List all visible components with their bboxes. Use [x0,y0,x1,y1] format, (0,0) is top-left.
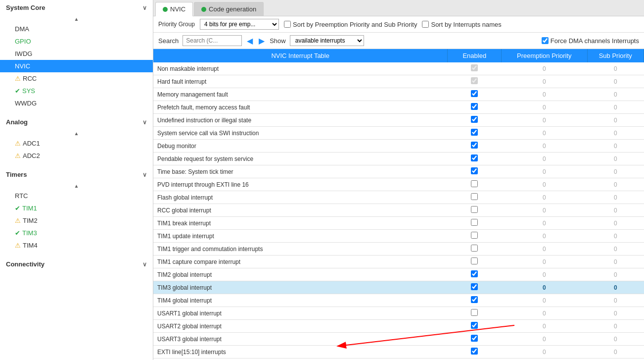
scroll-up-icon: ▲ [74,16,79,22]
tab-code-generation[interactable]: Code generation [194,2,264,16]
interrupt-enabled-cell[interactable] [448,333,502,346]
sidebar-item-adc2[interactable]: ⚠ ADC2 [0,150,153,162]
interrupt-enabled-cell[interactable] [448,114,502,127]
interrupt-enabled-checkbox[interactable] [471,103,478,110]
interrupt-name: TIM1 break interrupt [153,217,448,230]
sidebar-item-adc1[interactable]: ⚠ ADC1 [0,137,153,150]
interrupt-enabled-cell[interactable] [448,75,502,88]
sort-interrupts-checkbox[interactable] [422,21,429,28]
force-dma-checkbox[interactable] [542,37,549,44]
interrupt-enabled-cell[interactable] [448,294,502,307]
interrupt-enabled-cell[interactable] [448,101,502,114]
interrupt-name: PVD interrupt through EXTI line 16 [153,178,448,191]
interrupt-enabled-checkbox[interactable] [471,270,478,277]
interrupt-enabled-cell[interactable] [448,127,502,140]
interrupt-enabled-checkbox[interactable] [471,322,478,329]
sort-preemption-checkbox[interactable] [284,21,291,28]
table-row: TIM1 update interrupt00 [153,230,644,243]
sidebar-item-sys[interactable]: ✔ SYS [0,85,153,97]
sidebar-item-rcc[interactable]: ⚠ RCC [0,72,153,85]
interrupt-enabled-cell[interactable] [448,268,502,281]
interrupt-enabled-cell[interactable] [448,140,502,153]
search-input[interactable] [183,35,242,46]
tab-bar: NVIC Code generation [153,0,644,16]
interrupt-preemption: 0 [502,62,587,75]
interrupt-enabled-checkbox[interactable] [471,206,478,213]
table-header-row: NVIC Interrupt Table Enabled Preemption … [153,49,644,62]
interrupt-enabled-cell[interactable] [448,281,502,294]
sidebar-item-tim4[interactable]: ⚠ TIM4 [0,239,153,252]
interrupt-enabled-checkbox[interactable] [471,116,478,123]
interrupt-sub-priority: 0 [587,165,644,178]
interrupt-enabled-cell[interactable] [448,243,502,256]
sidebar-section-timers[interactable]: Timers ∨ [0,167,153,182]
interrupt-name: Debug monitor [153,140,448,153]
sidebar-item-rtc[interactable]: RTC [0,190,153,202]
interrupt-enabled-cell[interactable] [448,191,502,204]
sidebar-item-tim1[interactable]: ✔ TIM1 [0,202,153,214]
sidebar-scroll-up-system[interactable]: ▲ [0,15,153,23]
interrupt-enabled-cell[interactable] [448,178,502,191]
interrupt-enabled-checkbox[interactable] [471,180,478,187]
interrupt-enabled-cell[interactable] [448,204,502,217]
interrupt-enabled-checkbox[interactable] [471,335,478,342]
interrupt-enabled-checkbox[interactable] [471,193,478,200]
interrupt-enabled-checkbox[interactable] [471,77,478,84]
interrupt-preemption: 0 [502,153,587,165]
interrupt-enabled-checkbox[interactable] [471,257,478,264]
toolbar-row1: Priority Group 4 bits for pre emp... Sor… [153,16,644,33]
interrupt-enabled-cell[interactable] [448,153,502,165]
priority-group-select[interactable]: 4 bits for pre emp... [200,19,279,30]
interrupt-enabled-checkbox[interactable] [471,129,478,136]
interrupt-name: System service call via SWI instruction [153,127,448,140]
table-row: USART3 global interrupt00 [153,333,644,346]
interrupt-enabled-cell[interactable] [448,88,502,101]
interrupt-enabled-cell[interactable] [448,230,502,243]
interrupt-enabled-checkbox[interactable] [471,245,478,252]
sidebar-scroll-up-analog[interactable]: ▲ [0,130,153,137]
sidebar-scroll-up-timers[interactable]: ▲ [0,182,153,190]
interrupt-sub-priority: 0 [587,230,644,243]
interrupt-name: Undefined instruction or illegal state [153,114,448,127]
interrupt-enabled-cell[interactable] [448,62,502,75]
interrupt-enabled-cell[interactable] [448,346,502,359]
sidebar-item-dma[interactable]: DMA [0,23,153,35]
sidebar-item-wwdg[interactable]: WWDG [0,97,153,109]
tab-nvic[interactable]: NVIC [155,2,193,16]
show-select[interactable]: available interrupts [290,35,364,46]
interrupt-enabled-checkbox[interactable] [471,219,478,226]
interrupt-enabled-checkbox[interactable] [471,283,478,290]
sidebar-section-analog[interactable]: Analog ∨ [0,114,153,130]
sidebar-section-system-core[interactable]: System Core ∨ [0,0,153,15]
sidebar-item-tim2[interactable]: ⚠ TIM2 [0,214,153,227]
interrupt-enabled-checkbox[interactable] [471,142,478,149]
interrupt-sub-priority: 0 [587,114,644,127]
interrupt-sub-priority: 0 [587,307,644,320]
interrupt-enabled-cell[interactable] [448,320,502,333]
interrupt-sub-priority: 0 [587,75,644,88]
sidebar-item-gpio[interactable]: GPIO [0,35,153,48]
interrupt-enabled-checkbox[interactable] [471,348,478,355]
interrupt-enabled-checkbox[interactable] [471,154,478,161]
interrupt-preemption: 0 [502,127,587,140]
interrupt-enabled-cell[interactable] [448,165,502,178]
interrupt-enabled-checkbox[interactable] [471,232,478,239]
interrupt-enabled-cell[interactable] [448,307,502,320]
interrupt-enabled-checkbox[interactable] [471,64,478,71]
interrupt-name: Memory management fault [153,88,448,101]
interrupt-enabled-checkbox[interactable] [471,309,478,316]
sidebar-item-nvic[interactable]: NVIC [0,60,153,72]
interrupt-enabled-checkbox[interactable] [471,167,478,174]
check-icon-tim3: ✔ [15,229,20,237]
sidebar-section-connectivity[interactable]: Connectivity ∨ [0,257,153,272]
interrupt-enabled-cell[interactable] [448,217,502,230]
interrupt-enabled-cell[interactable] [448,256,502,268]
search-prev-button[interactable]: ◀ [246,36,254,46]
sidebar-item-tim3[interactable]: ✔ TIM3 [0,227,153,239]
col-header-sub: Sub Priority [587,49,644,62]
table-row: Memory management fault00 [153,88,644,101]
interrupt-enabled-checkbox[interactable] [471,90,478,97]
sidebar-item-iwdg[interactable]: IWDG [0,48,153,60]
interrupt-enabled-checkbox[interactable] [471,296,478,303]
search-next-button[interactable]: ▶ [258,36,266,46]
